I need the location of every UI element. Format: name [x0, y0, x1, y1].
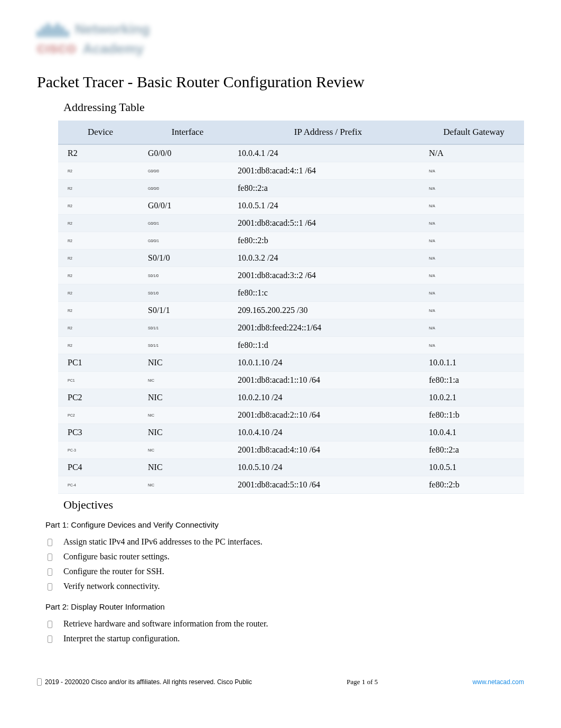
cell-device: PC2	[58, 407, 143, 424]
cell-interface: S0/1/0	[143, 250, 232, 267]
cell-gateway: N/A	[424, 144, 524, 162]
cell-interface: NIC	[143, 354, 232, 372]
footer-page: Page 1 of 5	[347, 678, 378, 686]
cell-ip: 2001:db8:acad:4::1 /64	[232, 162, 424, 180]
cell-ip: 209.165.200.225 /30	[232, 302, 424, 319]
part1-list: Assign static IPv4 and IPv6 addresses to…	[45, 535, 524, 594]
part2-label: Part 2: Display Router Information	[45, 602, 524, 611]
cell-device: R2	[58, 302, 143, 319]
logo-word-2: CISCO	[37, 42, 77, 56]
part2-list: Retrieve hardware and software informati…	[45, 616, 524, 646]
cell-gateway: N/A	[424, 302, 524, 319]
heading-objectives: Objectives	[63, 498, 524, 512]
cell-device: R2	[58, 162, 143, 180]
cell-ip: 10.0.2.10 /24	[232, 389, 424, 407]
cisco-bars-icon	[37, 22, 69, 37]
table-row: R2G0/0/12001:db8:acad:5::1 /64N/A	[58, 215, 524, 232]
th-ip: IP Address / Prefix	[232, 121, 424, 144]
table-row: R2S0/1/1fe80::1:dN/A	[58, 337, 524, 354]
cell-gateway: fe80::2:b	[424, 476, 524, 494]
list-item: Retrieve hardware and software informati…	[45, 616, 524, 631]
list-item: Assign static IPv4 and IPv6 addresses to…	[45, 535, 524, 549]
cell-gateway: N/A	[424, 162, 524, 180]
cell-device: R2	[58, 180, 143, 197]
cell-interface: G0/0/0	[143, 180, 232, 197]
table-row: R2G0/0/110.0.5.1 /24N/A	[58, 197, 524, 215]
table-row: R2G0/0/010.0.4.1 /24N/A	[58, 144, 524, 162]
cell-ip: fe80::1:d	[232, 337, 424, 354]
cell-interface: NIC	[143, 424, 232, 441]
cell-gateway: N/A	[424, 267, 524, 284]
cell-ip: 10.0.5.10 /24	[232, 459, 424, 476]
cell-ip: 2001:db8:acad:2::10 /64	[232, 407, 424, 424]
table-row: R2S0/1/0fe80::1:cN/A	[58, 284, 524, 302]
cell-device: PC-4	[58, 476, 143, 494]
list-item: Configure basic router settings.	[45, 549, 524, 564]
table-row: R2S0/1/12001:db8:feed:224::1/64N/A	[58, 319, 524, 337]
cell-device: R2	[58, 267, 143, 284]
cell-interface: S0/1/0	[143, 284, 232, 302]
cell-device: PC3	[58, 424, 143, 441]
cell-ip: 10.0.4.10 /24	[232, 424, 424, 441]
cell-interface: G0/0/0	[143, 144, 232, 162]
cell-interface: G0/0/1	[143, 215, 232, 232]
logo-word-3: Academy	[83, 41, 144, 57]
th-interface: Interface	[143, 121, 232, 144]
list-item: Verify network connectivity.	[45, 579, 524, 594]
table-row: R2G0/0/02001:db8:acad:4::1 /64N/A	[58, 162, 524, 180]
cell-device: R2	[58, 337, 143, 354]
cell-device: R2	[58, 144, 143, 162]
footer-copyright: 2019 - 2020020 Cisco and/or its affiliat…	[45, 678, 252, 686]
cell-interface: NIC	[143, 476, 232, 494]
table-row: R2G0/0/1fe80::2:bN/A	[58, 232, 524, 250]
cell-interface: NIC	[143, 407, 232, 424]
cell-device: PC1	[58, 372, 143, 389]
page-title: Packet Tracer - Basic Router Configurati…	[37, 73, 524, 91]
cell-ip: 2001:db8:acad:5::1 /64	[232, 215, 424, 232]
cell-ip: fe80::1:c	[232, 284, 424, 302]
table-row: PC2NIC2001:db8:acad:2::10 /64fe80::1:b	[58, 407, 524, 424]
cell-gateway: 10.0.5.1	[424, 459, 524, 476]
cell-ip: 10.0.1.10 /24	[232, 354, 424, 372]
cell-device: R2	[58, 232, 143, 250]
cell-gateway: 10.0.2.1	[424, 389, 524, 407]
cell-interface: S0/1/1	[143, 319, 232, 337]
table-row: PC2NIC10.0.2.10 /2410.0.2.1	[58, 389, 524, 407]
cell-ip: 10.0.3.2 /24	[232, 250, 424, 267]
table-row: PC-4NIC2001:db8:acad:5::10 /64fe80::2:b	[58, 476, 524, 494]
cell-device: PC-3	[58, 441, 143, 459]
list-item: Configure the router for SSH.	[45, 564, 524, 579]
cell-ip: 2001:db8:acad:3::2 /64	[232, 267, 424, 284]
cell-ip: 10.0.4.1 /24	[232, 144, 424, 162]
table-row: R2S0/1/1209.165.200.225 /30N/A	[58, 302, 524, 319]
cell-gateway: fe80::1:a	[424, 372, 524, 389]
list-item: Interpret the startup configuration.	[45, 631, 524, 646]
cell-interface: S0/1/1	[143, 337, 232, 354]
cell-interface: S0/1/1	[143, 302, 232, 319]
cell-gateway: 10.0.4.1	[424, 424, 524, 441]
cell-device: R2	[58, 215, 143, 232]
cell-gateway: N/A	[424, 197, 524, 215]
cell-interface: NIC	[143, 372, 232, 389]
cell-gateway: N/A	[424, 232, 524, 250]
cell-device: R2	[58, 284, 143, 302]
cell-ip: 2001:db8:feed:224::1/64	[232, 319, 424, 337]
cell-ip: 10.0.5.1 /24	[232, 197, 424, 215]
logo: Networking CISCO Academy	[37, 21, 524, 57]
cell-ip: 2001:db8:acad:1::10 /64	[232, 372, 424, 389]
table-row: R2G0/0/0fe80::2:aN/A	[58, 180, 524, 197]
cell-interface: NIC	[143, 441, 232, 459]
table-row: R2S0/1/010.0.3.2 /24N/A	[58, 250, 524, 267]
addressing-table: Device Interface IP Address / Prefix Def…	[58, 121, 524, 494]
th-device: Device	[58, 121, 143, 144]
cell-gateway: N/A	[424, 180, 524, 197]
cell-ip: fe80::2:b	[232, 232, 424, 250]
cell-ip: 2001:db8:acad:5::10 /64	[232, 476, 424, 494]
table-row: PC3NIC10.0.4.10 /2410.0.4.1	[58, 424, 524, 441]
cell-interface: G0/0/1	[143, 232, 232, 250]
cell-device: PC2	[58, 389, 143, 407]
table-header-row: Device Interface IP Address / Prefix Def…	[58, 121, 524, 144]
table-row: PC1NIC2001:db8:acad:1::10 /64fe80::1:a	[58, 372, 524, 389]
table-row: PC-3NIC2001:db8:acad:4::10 /64fe80::2:a	[58, 441, 524, 459]
cell-ip: 2001:db8:acad:4::10 /64	[232, 441, 424, 459]
